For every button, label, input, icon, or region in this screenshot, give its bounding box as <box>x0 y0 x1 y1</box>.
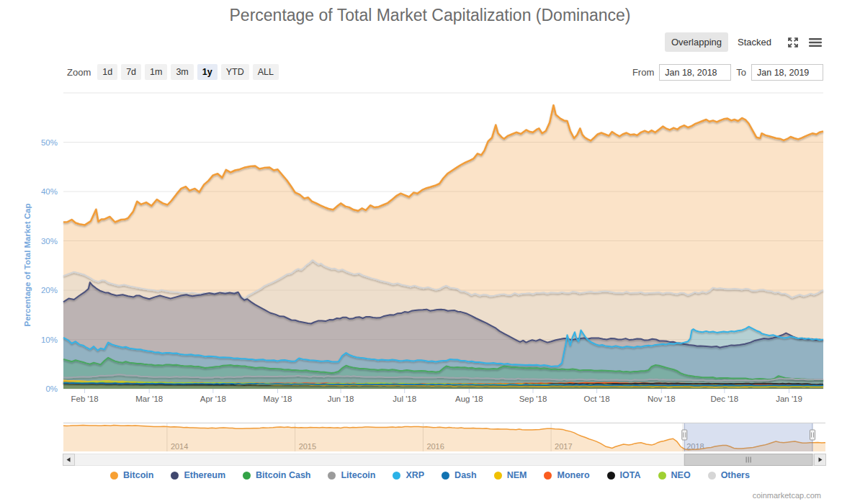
range-button-1y[interactable]: 1y <box>197 64 218 80</box>
page-title: Percentage of Total Market Capitalizatio… <box>0 6 860 25</box>
legend-label: Monero <box>557 470 589 480</box>
legend-item-bitcoin[interactable]: Bitcoin <box>110 470 153 480</box>
legend-marker <box>708 472 716 480</box>
legend-label: Bitcoin <box>123 470 153 480</box>
to-label: To <box>736 67 746 78</box>
range-button-3m[interactable]: 3m <box>171 64 193 80</box>
main-chart-plot-area[interactable]: 0%10%20%30%40%50%Percentage of Total Mar… <box>0 85 860 405</box>
overlapping-mode-button[interactable]: Overlapping <box>665 32 728 52</box>
credit-link[interactable]: coinmarketcap.com <box>753 491 821 500</box>
y-axis-label: 30% <box>41 237 58 246</box>
x-axis-label: Jul '18 <box>393 395 416 403</box>
legend-item-dash[interactable]: Dash <box>442 470 477 480</box>
range-button-all[interactable]: ALL <box>253 64 279 80</box>
range-selector: Zoom 1d7d1m3m1yYTDALL From To <box>0 64 860 83</box>
legend-item-ethereum[interactable]: Ethereum <box>171 470 225 480</box>
legend-marker <box>328 472 336 480</box>
legend-marker <box>110 472 118 480</box>
legend-label: Others <box>721 470 750 480</box>
legend-marker <box>607 472 615 480</box>
legend-label: Dash <box>454 470 477 480</box>
legend-marker <box>243 472 251 480</box>
from-label: From <box>632 67 654 78</box>
legend-item-bitcoin-cash[interactable]: Bitcoin Cash <box>243 470 310 480</box>
legend-item-neo[interactable]: NEO <box>658 470 691 480</box>
zoom-label: Zoom <box>67 67 91 78</box>
legend-item-monero[interactable]: Monero <box>544 470 589 480</box>
stacked-mode-button[interactable]: Stacked <box>731 32 778 52</box>
legend: BitcoinEthereumBitcoin CashLitecoinXRPDa… <box>0 470 860 480</box>
legend-label: NEM <box>507 470 527 480</box>
legend-item-iota[interactable]: IOTA <box>607 470 641 480</box>
mode-toggle: Overlapping Stacked <box>665 32 823 52</box>
navigator-selected-mask[interactable] <box>684 423 812 451</box>
dominance-chart-page: Percentage of Total Market Capitalizatio… <box>0 0 860 504</box>
x-axis-label: Aug '18 <box>455 395 483 403</box>
range-buttons: 1d7d1m3m1yYTDALL <box>97 64 282 80</box>
range-button-1d[interactable]: 1d <box>97 64 117 80</box>
legend-label: NEO <box>671 470 691 480</box>
legend-marker <box>442 472 449 480</box>
x-axis-label: Apr '18 <box>200 395 226 403</box>
x-axis-label: Jun '18 <box>328 395 354 403</box>
y-axis-label: 50% <box>41 138 58 147</box>
zoom-button-group: Zoom 1d7d1m3m1yYTDALL <box>67 64 282 80</box>
to-date-input[interactable] <box>751 64 823 81</box>
menu-icon[interactable] <box>808 37 823 48</box>
legend-marker <box>544 472 552 480</box>
legend-marker <box>658 472 666 480</box>
y-axis-label: 0% <box>45 384 58 393</box>
fullscreen-icon[interactable] <box>787 36 799 49</box>
legend-item-litecoin[interactable]: Litecoin <box>328 470 375 480</box>
legend-label: Ethereum <box>184 470 225 480</box>
legend-item-xrp[interactable]: XRP <box>393 470 424 480</box>
navigator-left-handle[interactable] <box>682 430 687 440</box>
x-axis-label: Feb '18 <box>71 395 99 403</box>
legend-label: Bitcoin Cash <box>256 470 310 480</box>
legend-item-others[interactable]: Others <box>708 470 750 480</box>
x-axis-label: Sep '18 <box>519 395 547 403</box>
x-axis-label: Jan '19 <box>776 395 802 403</box>
range-button-7d[interactable]: 7d <box>121 64 141 80</box>
x-axis-label: Nov '18 <box>648 395 676 403</box>
from-date-input[interactable] <box>659 64 731 81</box>
legend-label: IOTA <box>620 470 641 480</box>
range-button-1m[interactable]: 1m <box>145 64 167 80</box>
x-axis-label: Mar '18 <box>135 395 163 403</box>
navigator-right-handle[interactable] <box>810 430 815 440</box>
legend-marker <box>393 472 400 480</box>
range-button-ytd[interactable]: YTD <box>221 64 249 80</box>
y-axis-label: 10% <box>41 336 58 344</box>
y-axis-label: 20% <box>41 286 58 294</box>
navigator[interactable]: 20142015201620172018 <box>0 420 860 467</box>
legend-marker <box>171 472 179 480</box>
x-axis-label: Dec '18 <box>711 395 739 403</box>
date-range-group: From To <box>627 64 823 81</box>
legend-label: Litecoin <box>341 470 375 480</box>
y-axis-title: Percentage of Total Market Cap <box>23 203 32 326</box>
legend-marker <box>494 472 502 480</box>
legend-label: XRP <box>406 470 424 480</box>
y-axis-label: 40% <box>41 187 58 196</box>
legend-item-nem[interactable]: NEM <box>494 470 527 480</box>
x-axis-label: May '18 <box>264 395 292 403</box>
x-axis-label: Oct '18 <box>584 395 610 403</box>
